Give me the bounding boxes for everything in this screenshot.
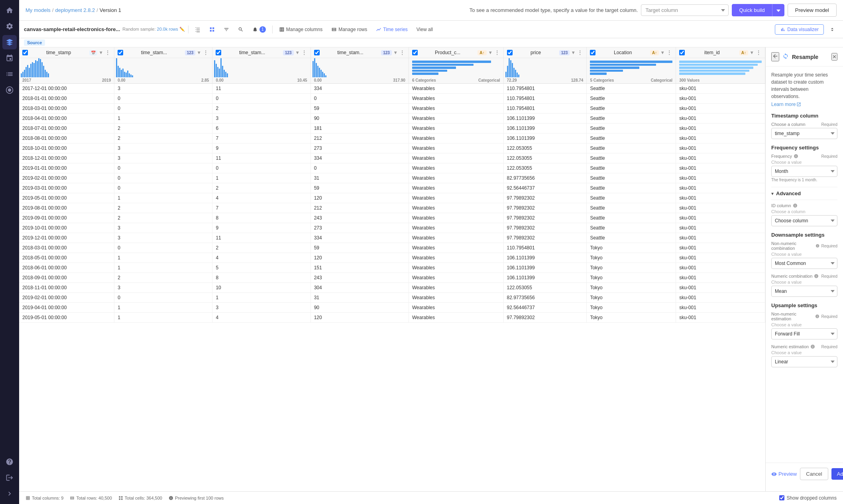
col-check-4[interactable] (314, 50, 320, 55)
table-cell: Seattle (587, 193, 676, 203)
table-cell: sku-001 (676, 114, 765, 124)
manage-columns-btn[interactable]: Manage columns (276, 25, 326, 34)
dataset-name: canvas-sample-retail-electronics-fore... (24, 26, 120, 32)
col-range-1: 20172019 (19, 77, 114, 83)
view-all-btn[interactable]: View all (413, 25, 436, 34)
collapse-btn[interactable] (826, 25, 838, 34)
nav-list-icon[interactable] (2, 67, 17, 81)
frequency-select[interactable]: Month (771, 166, 837, 177)
col-menu-3[interactable]: ▾ (295, 49, 299, 56)
table-cell: 2018-03-01 00:00:00 (19, 104, 114, 114)
col-dots-2[interactable]: ⋮ (202, 49, 209, 56)
table-cell: sku-001 (676, 133, 765, 143)
col-dots-7[interactable]: ⋮ (666, 49, 672, 56)
non-numeric-est-select[interactable]: Forward Fill (771, 328, 837, 339)
table-cell: 90 (310, 303, 409, 313)
table-cell: 110.7954801 (503, 243, 587, 253)
grid-view-btn[interactable] (192, 25, 204, 34)
col-check-1[interactable] (22, 50, 28, 55)
col-menu-5[interactable]: ▾ (488, 49, 492, 56)
table-row: 2018-04-01 00:00:001390Wearables106.1101… (19, 114, 765, 124)
manage-rows-btn[interactable]: Manage rows (328, 25, 370, 34)
filter-btn[interactable] (220, 25, 232, 34)
col-menu-2[interactable]: ▾ (197, 49, 201, 56)
col-dots-4[interactable]: ⋮ (399, 49, 405, 56)
col-check-3[interactable] (216, 50, 221, 55)
nav-help-icon[interactable] (2, 455, 17, 469)
add-button[interactable]: Add (831, 468, 843, 480)
advanced-toggle[interactable]: ▾ Advanced (771, 187, 837, 200)
table-row: 2019-04-01 00:00:001390Wearables92.56446… (19, 303, 765, 313)
table-cell: Seattle (587, 84, 676, 94)
nav-model-icon[interactable] (2, 35, 17, 49)
nav-home-icon[interactable] (2, 3, 17, 18)
preview-button[interactable]: Preview (771, 471, 797, 477)
search-btn[interactable] (235, 25, 247, 34)
show-dropped-checkbox[interactable] (779, 495, 784, 500)
advanced-label: Advanced (776, 190, 801, 196)
numeric-est-select[interactable]: Linear (771, 356, 837, 367)
col-range-6: 72.29128.74 (504, 77, 587, 83)
edit-icon[interactable]: ✏️ (179, 27, 185, 31)
preview-model-button[interactable]: Preview model (788, 4, 837, 17)
cancel-button[interactable]: Cancel (800, 468, 828, 480)
non-numeric-est-required: Required (821, 314, 837, 319)
col-menu-4[interactable]: ▾ (393, 49, 397, 56)
col-check-5[interactable] (412, 50, 418, 55)
col-dots-1[interactable]: ⋮ (104, 49, 111, 56)
col-header-4: time_stam... 123 ▾ ⋮ 0. (310, 47, 409, 84)
col-check-2[interactable] (118, 50, 123, 55)
time-series-btn[interactable]: Time series (373, 25, 411, 34)
table-cell: 82.97735656 (503, 173, 587, 183)
col-check-7[interactable] (590, 50, 595, 55)
breadcrumb-my-models[interactable]: My models (26, 7, 51, 13)
table-cell: sku-001 (676, 233, 765, 243)
col-menu-8[interactable]: ▾ (750, 49, 754, 56)
table-cell: sku-001 (676, 193, 765, 203)
resample-panel: Resample ✕ Resample your time series dat… (765, 47, 843, 491)
notification-btn[interactable]: 1 (249, 25, 269, 34)
col-header-price: price 123 ▾ ⋮ 72.29128. (503, 47, 587, 84)
table-row: 2019-05-01 00:00:0014120Wearables97.7989… (19, 313, 765, 323)
nav-expand-icon[interactable] (2, 486, 17, 501)
target-column-select[interactable]: Target column (641, 4, 729, 16)
numeric-est-field: Numeric estimation Required Choose a val… (771, 344, 837, 367)
data-visualizer-btn[interactable]: Data visualizer (775, 24, 824, 35)
nav-integrations-icon[interactable] (2, 51, 17, 65)
learn-more-link[interactable]: Learn more (771, 102, 801, 107)
table-cell: 11 (212, 153, 310, 163)
breadcrumb: My models / deployment 2.8.2 / Version 1 (26, 7, 121, 13)
table-cell: sku-001 (676, 283, 765, 293)
non-numeric-select[interactable]: Most Common (771, 258, 837, 269)
numeric-select[interactable]: Mean (771, 286, 837, 297)
panel-back-btn[interactable] (771, 52, 779, 61)
timestamp-field: Choose a column Required time_stamp (771, 122, 837, 139)
col-menu-6[interactable]: ▾ (571, 49, 575, 56)
sample-info: Random sample: 20.0k rows ✏️ (122, 27, 185, 32)
panel-close-btn[interactable]: ✕ (831, 53, 837, 61)
table-cell: 2018-09-01 00:00:00 (19, 273, 114, 283)
table-cell: Tokyo (587, 283, 676, 293)
table-cell: Tokyo (587, 243, 676, 253)
col-dots-6[interactable]: ⋮ (577, 49, 583, 56)
nav-settings-icon[interactable] (2, 19, 17, 33)
col-dots-8[interactable]: ⋮ (755, 49, 762, 56)
col-check-6[interactable] (507, 50, 513, 55)
timestamp-select[interactable]: time_stamp (771, 128, 837, 139)
rows-count[interactable]: 20.0k rows (157, 27, 178, 31)
col-menu-1[interactable]: ▾ (99, 49, 103, 56)
nav-logout-icon[interactable] (2, 471, 17, 485)
table-cell: 243 (310, 213, 409, 223)
col-menu-7[interactable]: ▾ (660, 49, 664, 56)
quick-build-button[interactable]: Quick build (732, 4, 772, 16)
id-column-select[interactable]: Choose column (771, 215, 837, 226)
col-check-8[interactable] (679, 50, 685, 55)
table-cell: Wearables (409, 213, 503, 223)
col-dots-3[interactable]: ⋮ (301, 49, 307, 56)
quick-build-dropdown-button[interactable] (772, 4, 784, 16)
breadcrumb-deployment[interactable]: deployment 2.8.2 (55, 7, 95, 13)
column-view-btn[interactable] (206, 25, 218, 34)
col-dots-5[interactable]: ⋮ (494, 49, 500, 56)
table-row: 2019-02-01 00:00:000131Wearables82.97735… (19, 173, 765, 183)
nav-circle-icon[interactable] (2, 83, 17, 97)
